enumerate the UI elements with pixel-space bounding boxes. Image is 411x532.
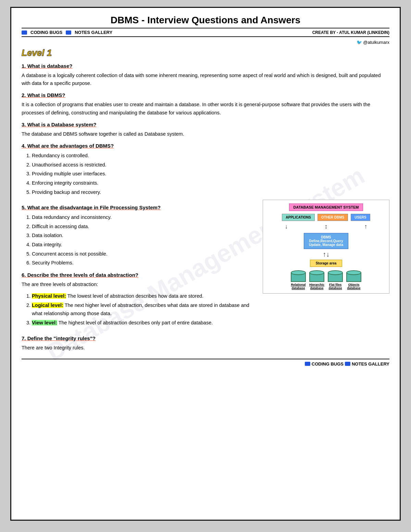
arrow-2: ↕ bbox=[325, 223, 328, 230]
header-brand-text: CODING BUGS bbox=[30, 30, 62, 35]
dbms-center: DBMSDefine,Record,QueryUpdate, Manage da… bbox=[266, 232, 386, 268]
db-item-relational: Relationaldatabase bbox=[291, 270, 306, 290]
db-label-objects: Objectsdatabase bbox=[347, 283, 361, 290]
list-item: Logical level: The next higher level of … bbox=[32, 301, 256, 318]
list-item: Redundancy is controlled. bbox=[32, 151, 389, 160]
db-label-hierarchic: Hierarchicdatabase bbox=[309, 283, 324, 290]
answer-1: A database is a logically coherent colle… bbox=[22, 72, 389, 87]
header-right: CREATE BY - ATUL KUMAR (LINKEDIN) bbox=[312, 30, 389, 35]
footer-notes-gallery-text: NOTES GALLERY bbox=[352, 361, 389, 367]
answer-6-list: Physical level: The lowest level of abst… bbox=[32, 292, 256, 327]
answer-5-list: Data redundancy and inconsistency. Diffi… bbox=[32, 213, 256, 267]
answer-3: The database and DBMS software together … bbox=[22, 130, 389, 138]
question-1: 1. What is database? bbox=[22, 63, 389, 69]
dbms-main-box: DBMSDefine,Record,QueryUpdate, Manage da… bbox=[304, 233, 348, 249]
logical-level-label: Logical level: bbox=[32, 302, 63, 308]
page-title: DBMS - Interview Questions and Answers bbox=[22, 15, 389, 26]
db-item-flatfiles: Flat filesdatabase bbox=[328, 270, 343, 290]
applications-box: APPLICATIONS bbox=[282, 214, 315, 221]
section-q5-diagram: 5. What are the disadvantage in File Pro… bbox=[22, 200, 389, 331]
list-item: Providing multiple user interfaces. bbox=[32, 170, 389, 178]
list-item: Concurrent access is not possible. bbox=[32, 250, 256, 258]
db-item-objects: Objectsdatabase bbox=[346, 270, 361, 290]
answer-7: There are two Integrity rules. bbox=[22, 344, 389, 352]
dbms-diagram: DATABASE MANAGEMENT SYSTEM APPLICATIONS … bbox=[263, 200, 389, 294]
footer-notes-gallery-icon bbox=[345, 362, 350, 366]
arrow-3: ↑ bbox=[364, 223, 368, 230]
db-label-relational: Relationaldatabase bbox=[291, 283, 306, 290]
question-3: 3. What is a Database system? bbox=[22, 122, 389, 127]
list-item: Data redundancy and inconsistency. bbox=[32, 213, 256, 222]
cylinder-objects bbox=[346, 270, 361, 282]
list-item: Difficult in accessing data. bbox=[32, 222, 256, 231]
header-bar: CODING BUGS NOTES GALLERY CREATE BY - AT… bbox=[22, 28, 389, 37]
list-item: Physical level: The lowest level of abst… bbox=[32, 292, 256, 300]
list-item: Data isolation. bbox=[32, 231, 256, 240]
list-item: Security Problems. bbox=[32, 259, 256, 267]
list-item: View level: The highest level of abstrac… bbox=[32, 319, 256, 327]
users-box: USERS bbox=[351, 214, 370, 221]
cylinder-hierarchic bbox=[309, 270, 324, 282]
section-text-q5: 5. What are the disadvantage in File Pro… bbox=[22, 200, 256, 331]
social-bar: 🐦 @atulkumarx bbox=[22, 40, 389, 45]
header-notes-text: NOTES GALLERY bbox=[75, 30, 112, 35]
question-2: 2. What is DBMS? bbox=[22, 92, 389, 98]
cylinder-relational bbox=[291, 270, 306, 282]
arrow-updown: ↑↓ bbox=[323, 250, 329, 258]
coding-bugs-icon bbox=[22, 30, 27, 35]
dbms-diagram-area: DATABASE MANAGEMENT SYSTEM APPLICATIONS … bbox=[263, 200, 389, 294]
db-item-hierarchic: Hierarchicdatabase bbox=[309, 270, 324, 290]
answer-2: It is a collection of programs that enab… bbox=[22, 101, 389, 116]
arrow-1: ↓ bbox=[285, 223, 288, 230]
db-label-flatfiles: Flat filesdatabase bbox=[329, 283, 342, 290]
level-heading: Level 1 bbox=[22, 48, 389, 58]
answer-4-list: Redundancy is controlled. Unauthorised a… bbox=[32, 151, 389, 196]
question-7: 7. Define the "integrity rules"? bbox=[22, 335, 389, 341]
cylinder-flatfiles bbox=[328, 270, 343, 282]
arrows-down-row: ↓ ↕ ↑ bbox=[266, 223, 386, 230]
diagram-title: DATABASE MANAGEMENT SYSTEM bbox=[289, 203, 363, 211]
other-dbms-box: OTHER DBMS bbox=[317, 214, 348, 221]
question-5: 5. What are the disadvantage in File Pro… bbox=[22, 205, 256, 210]
list-item: Unauthorised access is restricted. bbox=[32, 161, 389, 169]
footer-coding-bugs-icon bbox=[305, 362, 310, 366]
list-item: Data integrity. bbox=[32, 240, 256, 249]
answer-6-pre: The are three levels of abstraction: bbox=[22, 281, 256, 288]
question-4: 4. What are the advantages of DBMS? bbox=[22, 143, 389, 149]
list-item: Providing backup and recovery. bbox=[32, 188, 389, 197]
question-6: 6. Describe the three levels of data abs… bbox=[22, 272, 256, 278]
footer-bar: CODING BUGS NOTES GALLERY bbox=[22, 359, 389, 367]
notes-gallery-icon bbox=[66, 30, 71, 35]
list-item: Enforcing integrity constraints. bbox=[32, 179, 389, 187]
view-level-label: View level: bbox=[32, 320, 57, 325]
diagram-top-row: APPLICATIONS OTHER DBMS USERS bbox=[266, 214, 386, 221]
physical-level-label: Physical level: bbox=[32, 293, 66, 299]
footer-brand: CODING BUGS NOTES GALLERY bbox=[305, 361, 389, 367]
storage-box: Storage area bbox=[310, 260, 342, 267]
footer-coding-bugs-text: CODING BUGS bbox=[312, 361, 344, 367]
social-handle: 🐦 @atulkumarx bbox=[357, 40, 389, 45]
database-row: Relationaldatabase Hierarchicdatabase bbox=[266, 270, 386, 290]
header-left: CODING BUGS NOTES GALLERY bbox=[22, 30, 112, 35]
